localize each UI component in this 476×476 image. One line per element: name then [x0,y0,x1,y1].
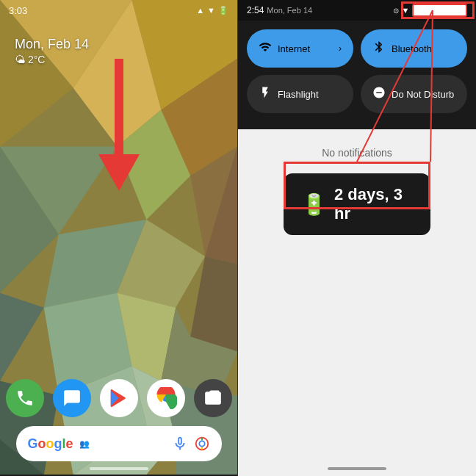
bluetooth-tile[interactable]: Bluetooth [361,29,467,68]
weather-text: 🌤 2°C [15,54,89,65]
bluetooth-tile-icon [372,40,386,57]
svg-marker-24 [98,154,140,191]
status-bar-right: 2:54 Mon, Feb 14 ⊙ ▼ 2 days, 3 hr [238,0,476,21]
internet-arrow-icon: › [339,43,342,54]
lens-icon[interactable] [194,436,210,452]
battery-icon: 🔋 [218,6,228,15]
swipe-arrow [97,59,141,194]
nav-bar-left [90,467,148,470]
wifi-tile-icon [259,40,272,57]
status-bar-left: 3:03 ▲ ▼ 🔋 [0,0,237,21]
dnd-tile-icon [372,86,386,102]
time-left: 3:03 [9,5,27,16]
play-store-icon[interactable] [100,379,138,417]
quick-settings-panel: Internet › Bluetooth Flashl [238,21,476,129]
screen-record-icon: ⊙ [393,7,399,15]
flashlight-tile[interactable]: Flashlight [247,75,353,113]
notifications-area: No notifications 🔋 2 days, 3 hr [238,132,476,476]
google-logo: Google [28,436,73,452]
chrome-icon[interactable] [147,379,185,417]
flashlight-tile-icon [259,86,272,102]
no-notifications-text: No notifications [253,147,461,159]
search-action-icons [172,436,210,452]
battery-status-highlight: 2 days, 3 hr [412,4,467,17]
status-icons-right: ⊙ ▼ 2 days, 3 hr [393,4,467,17]
battery-callout-icon: 🔋 [301,192,327,217]
date-right: Mon, Feb 14 [267,6,312,15]
microphone-icon[interactable] [172,436,188,452]
status-icons-left: ▲ ▼ 🔋 [196,6,228,15]
search-bar[interactable]: Google 👥 [16,426,222,461]
right-phone: 2:54 Mon, Feb 14 ⊙ ▼ 2 days, 3 hr Intern… [238,0,476,476]
flashlight-label: Flashlight [278,89,319,100]
messages-app-icon[interactable] [53,379,91,417]
bluetooth-label: Bluetooth [392,43,432,54]
phone-app-icon[interactable] [6,379,44,417]
google-logo-faces: 👥 [79,439,90,449]
app-dock [6,379,232,417]
camera-icon[interactable] [194,379,232,417]
do-not-disturb-tile[interactable]: Do Not Disturb [361,75,467,113]
battery-callout: 🔋 2 days, 3 hr [284,173,430,235]
signal-icon: ▲ [196,6,204,15]
wifi-status-icon: ▼ [402,6,410,15]
left-phone: 3:03 ▲ ▼ 🔋 Mon, Feb 14 🌤 2°C [0,0,238,476]
battery-callout-text: 2 days, 3 hr [334,185,413,223]
svg-point-27 [199,441,204,446]
internet-tile[interactable]: Internet › [247,29,353,68]
qs-row-1: Internet › Bluetooth [247,29,467,68]
internet-label: Internet [278,43,310,54]
wifi-icon: ▼ [207,6,215,15]
qs-row-2: Flashlight Do Not Disturb [247,75,467,113]
date-text: Mon, Feb 14 [15,37,89,52]
dnd-label: Do Not Disturb [392,89,454,100]
date-widget: Mon, Feb 14 🌤 2°C [15,37,89,65]
nav-bar-right [328,467,386,470]
time-right: 2:54 [247,5,264,15]
